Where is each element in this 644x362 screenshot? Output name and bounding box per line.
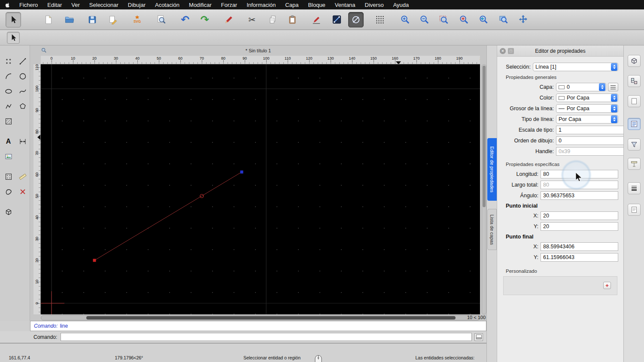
command-history-value: line (60, 323, 68, 329)
pan-zoom-button[interactable] (515, 12, 531, 27)
solid-box-tool-button[interactable] (3, 206, 14, 217)
circle-tool-button[interactable] (17, 71, 28, 82)
selection-combo[interactable]: Línea [1] (533, 63, 618, 71)
menu-item[interactable]: Bloque (303, 2, 330, 8)
start-x-input[interactable] (541, 211, 618, 220)
dimension-tool-button[interactable] (17, 136, 28, 147)
tab-layer-list[interactable]: Lista de capas (487, 209, 497, 250)
menu-item[interactable]: Ventana (330, 2, 360, 8)
menu-item[interactable]: Seleccionar (85, 2, 123, 8)
menu-item[interactable]: Forzar (216, 2, 242, 8)
line-tool-button[interactable] (17, 56, 28, 67)
end-y-input[interactable] (541, 253, 618, 262)
previous-view-button[interactable] (475, 12, 491, 27)
line-entity[interactable] (94, 172, 242, 260)
property-editor-panel-button[interactable] (628, 118, 641, 130)
image-tool-button[interactable] (3, 151, 14, 162)
pen-edit-button[interactable] (309, 12, 324, 27)
menu-item[interactable]: Dibujar (123, 2, 150, 8)
drawing-canvas[interactable] (41, 64, 480, 314)
spline-tool-button[interactable] (17, 86, 28, 97)
arc-tool-button[interactable] (3, 71, 14, 82)
select-tool-button[interactable] (7, 32, 20, 44)
zoom-in-button[interactable] (397, 12, 413, 27)
zoom-window-button[interactable] (495, 12, 511, 27)
paste-button[interactable] (285, 12, 300, 27)
vertical-scroll-thumb[interactable] (483, 66, 486, 207)
start-point-handle[interactable] (93, 259, 96, 262)
command-input[interactable] (61, 333, 472, 341)
menu-item[interactable]: Diverso (360, 2, 389, 8)
selection-filter-button[interactable] (628, 139, 641, 151)
line-attributes-button[interactable] (329, 12, 344, 27)
text-tool-button[interactable]: A (3, 136, 14, 147)
zoom-out-button[interactable] (416, 12, 432, 27)
type-scale-input[interactable] (556, 126, 630, 134)
points-tool-button[interactable] (3, 56, 14, 67)
scissors-icon: ✂ (249, 15, 256, 24)
close-panel-icon[interactable]: ✕ (500, 48, 506, 54)
menu-item[interactable]: Ayuda (389, 2, 414, 8)
notes-panel-button[interactable] (628, 204, 641, 216)
undo-button[interactable]: ↶ (177, 12, 193, 27)
ellipse-null-button[interactable] (348, 12, 364, 27)
new-document-button[interactable] (41, 12, 56, 27)
command-dock-button[interactable] (474, 333, 483, 341)
start-y-input[interactable] (541, 222, 618, 231)
line-type-combo[interactable]: Por Capa (556, 115, 618, 124)
measure-tool-button[interactable] (17, 171, 28, 182)
edit-document-button[interactable] (105, 12, 121, 27)
select-arrow-button[interactable] (6, 12, 21, 27)
redo-button[interactable]: ↷ (197, 12, 213, 27)
shape-tool-button[interactable] (3, 186, 14, 197)
layer-combo[interactable]: 0 (556, 83, 606, 91)
menu-item[interactable]: Información (242, 2, 280, 8)
menu-item[interactable]: Editar (43, 2, 67, 8)
menu-item[interactable]: Fichero (15, 2, 43, 8)
copy-button[interactable] (265, 12, 281, 27)
line-widths-panel-button[interactable] (628, 182, 641, 194)
draw-order-input[interactable] (556, 136, 630, 145)
draw-pen-button[interactable] (221, 12, 237, 27)
add-custom-property-button[interactable]: + (603, 282, 611, 289)
zoom-selection-button[interactable] (456, 12, 471, 27)
open-document-button[interactable] (61, 12, 77, 27)
pattern-tool-button[interactable] (3, 171, 14, 182)
ruler-number: 0 (33, 293, 40, 314)
snap-grid-button[interactable] (372, 12, 388, 27)
save-document-button[interactable] (85, 12, 100, 27)
cut-button[interactable]: ✂ (244, 12, 260, 27)
horizontal-scroll-thumb[interactable] (86, 316, 456, 320)
color-combo[interactable]: Por Capa (556, 94, 618, 102)
line-width-combo[interactable]: Por Capa (556, 104, 618, 113)
print-preview-button[interactable] (153, 12, 169, 27)
block-explorer-button[interactable] (628, 75, 641, 87)
ellipse-null-icon (351, 15, 361, 24)
apple-icon[interactable] (0, 2, 15, 8)
polyline-tool-button[interactable] (3, 101, 14, 112)
menu-item[interactable]: Ver (67, 2, 85, 8)
hatch-tool-button[interactable] (3, 116, 14, 127)
auto-zoom-button[interactable] (436, 12, 451, 27)
layer-menu-button[interactable] (608, 83, 618, 91)
end-point-handle[interactable] (240, 171, 243, 174)
menu-item[interactable]: Capa (280, 2, 303, 8)
start-point-title: Punto inicial (506, 203, 623, 209)
export-svg-button[interactable]: SVG (129, 12, 145, 27)
angle-input[interactable] (541, 191, 618, 200)
end-x-input[interactable] (541, 242, 618, 251)
drafting-panel-button[interactable] (628, 158, 641, 170)
blank-panel-button[interactable] (628, 95, 641, 107)
stepper-icon (611, 115, 617, 123)
menu-item[interactable]: Acotación (150, 2, 184, 8)
snap-cross-tool-button[interactable] (17, 186, 28, 197)
horizontal-scrollbar[interactable] (41, 315, 480, 320)
vertical-scrollbar[interactable] (482, 64, 486, 314)
float-panel-icon[interactable]: □ (508, 48, 514, 54)
tab-property-editor[interactable]: Editor de propiedades (487, 138, 497, 201)
polygon-tool-button[interactable] (17, 101, 28, 112)
menu-item[interactable]: Modificar (184, 2, 216, 8)
ellipse-tool-button[interactable] (3, 86, 14, 97)
length-input[interactable] (541, 170, 618, 178)
library-browser-button[interactable] (628, 55, 641, 67)
